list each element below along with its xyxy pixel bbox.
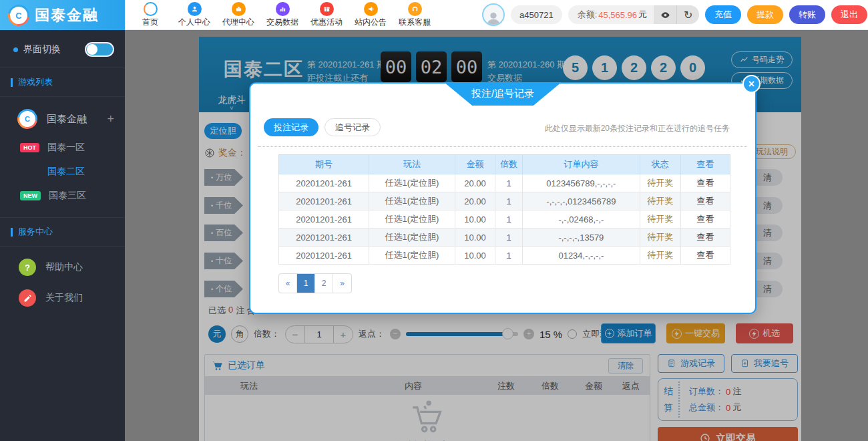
gift-icon [320, 2, 334, 16]
nav-item-trade-data[interactable]: 交易数据 [260, 0, 304, 30]
service-section-header: 服务中心 [0, 218, 125, 247]
table-row: 20201201-261 任选1(定位胆) 10.00 1 -,-,-,-,13… [279, 229, 730, 247]
sidebar-brand-item[interactable]: C 国泰金融 + [0, 102, 125, 136]
expand-plus-icon[interactable]: + [107, 112, 114, 126]
table-row: 20201201-261 任选1(定位胆) 10.00 1 -,-,02468,… [279, 210, 730, 229]
modal-notice: 此处仅显示最新20条投注记录和正在进行的追号任务 [545, 123, 730, 134]
section-bar [11, 78, 13, 87]
ui-switch-label: 界面切换 [23, 43, 61, 55]
status-badge: 待开奖 [640, 192, 680, 210]
person-icon [188, 2, 202, 16]
ui-switch-toggle[interactable] [85, 42, 114, 57]
view-link[interactable]: 查看 [680, 192, 730, 210]
pencil-icon [19, 289, 36, 307]
close-icon[interactable]: × [742, 75, 761, 93]
sidebar-item-zone3[interactable]: NEW 国泰三区 [0, 184, 125, 208]
bet-records-modal: 投注/追号记录 × 投注记录 追号记录 此处仅显示最新20条投注记录和正在进行的… [249, 82, 756, 314]
tab-bet-records[interactable]: 投注记录 [264, 118, 318, 136]
app-window: C 国泰金融 首页 个人中心 代理中心 交易数据 优惠活动 [0, 0, 868, 441]
game-list: C 国泰金融 + HOT 国泰一区 国泰二区 NEW 国泰三区 [0, 97, 125, 218]
balance-group: 余额: 45,565.96 元 ↻ [568, 5, 699, 24]
refresh-icon[interactable]: ↻ [676, 5, 699, 24]
home-icon [144, 2, 158, 16]
briefcase-icon [232, 2, 246, 16]
section-bar [11, 228, 13, 237]
nav-item-support[interactable]: 联系客服 [393, 0, 437, 30]
bet-records-table: 期号 玩法 金额 倍数 订单内容 状态 查看 20201201-261 任选1(… [278, 154, 730, 265]
page-prev[interactable]: « [279, 274, 297, 293]
sidebar-item-zone1[interactable]: HOT 国泰一区 [0, 136, 125, 160]
table-row: 20201201-261 任选1(定位胆) 10.00 1 01234,-,-,… [279, 247, 730, 265]
table-row: 20201201-261 任选1(定位胆) 20.00 1 -,-,-,-,01… [279, 192, 730, 210]
question-icon: ? [19, 259, 36, 276]
status-badge: 待开奖 [640, 174, 680, 192]
logout-button[interactable]: 退出 [831, 5, 867, 24]
sidebar-item-zone2[interactable]: 国泰二区 [0, 160, 125, 184]
page-2[interactable]: 2 [315, 274, 333, 293]
pagination: « 1 2 » [278, 273, 352, 293]
modal-title-tab: 投注/追号记录 [444, 82, 562, 106]
withdraw-button[interactable]: 提款 [747, 5, 783, 24]
nav-item-promotions[interactable]: 优惠活动 [304, 0, 349, 30]
megaphone-icon [364, 2, 378, 16]
bullet-dot-icon [13, 47, 18, 52]
table-header-row: 期号 玩法 金额 倍数 订单内容 状态 查看 [279, 155, 730, 174]
sidebar-brand-logo-icon: C [13, 105, 41, 133]
view-link[interactable]: 查看 [680, 229, 730, 247]
ui-switch-label-wrap: 界面切换 [13, 43, 61, 55]
new-badge: NEW [20, 191, 41, 200]
top-header: C 国泰金融 首页 个人中心 代理中心 交易数据 优惠活动 [0, 0, 868, 30]
ui-switch-row: 界面切换 [0, 30, 125, 68]
table-row: 20201201-261 任选1(定位胆) 20.00 1 0123456789… [279, 174, 730, 192]
chart-icon [276, 2, 290, 16]
sidebar: 界面切换 游戏列表 C 国泰金融 + HOT 国泰一区 国泰二区 NEW [0, 30, 125, 441]
view-link[interactable]: 查看 [680, 210, 730, 229]
view-link[interactable]: 查看 [680, 174, 730, 192]
brand-title: 国泰金融 [35, 5, 99, 25]
nav-item-agent[interactable]: 代理中心 [216, 0, 260, 30]
headset-icon [408, 2, 422, 16]
status-badge: 待开奖 [640, 210, 680, 229]
eye-icon[interactable] [654, 5, 676, 24]
game-list-section-header: 游戏列表 [0, 68, 125, 97]
brand-block[interactable]: C 国泰金融 [0, 0, 125, 30]
balance-icons: ↻ [654, 5, 699, 24]
brand-logo-icon: C [4, 0, 34, 30]
service-items: ? 帮助中心 关于我们 [0, 247, 125, 313]
tab-chase-records[interactable]: 追号记录 [324, 118, 381, 136]
page-next[interactable]: » [333, 274, 351, 293]
status-badge: 待开奖 [640, 229, 680, 247]
transfer-button[interactable]: 转账 [789, 5, 825, 24]
view-link[interactable]: 查看 [680, 247, 730, 265]
status-badge: 待开奖 [640, 247, 680, 265]
balance-text: 余额: 45,565.96 元 [568, 5, 654, 24]
sidebar-item-about[interactable]: 关于我们 [0, 283, 125, 313]
toggle-knob [87, 44, 97, 55]
nav-item-home[interactable]: 首页 [128, 0, 172, 30]
recharge-button[interactable]: 充值 [705, 5, 741, 24]
hot-badge: HOT [20, 143, 39, 152]
main-nav: 首页 个人中心 代理中心 交易数据 优惠活动 站内公告 [128, 0, 437, 30]
header-user-area: a450721 余额: 45,565.96 元 ↻ 充值 提款 转账 退出 [482, 3, 867, 26]
avatar[interactable] [482, 3, 505, 26]
dotted-divider [258, 146, 747, 147]
page-1[interactable]: 1 [297, 274, 315, 293]
nav-item-announcements[interactable]: 站内公告 [349, 0, 393, 30]
nav-item-profile[interactable]: 个人中心 [172, 0, 216, 30]
sidebar-item-help[interactable]: ? 帮助中心 [0, 252, 125, 283]
username-pill: a450721 [511, 5, 562, 24]
modal-tabs: 投注记录 追号记录 [264, 118, 381, 136]
